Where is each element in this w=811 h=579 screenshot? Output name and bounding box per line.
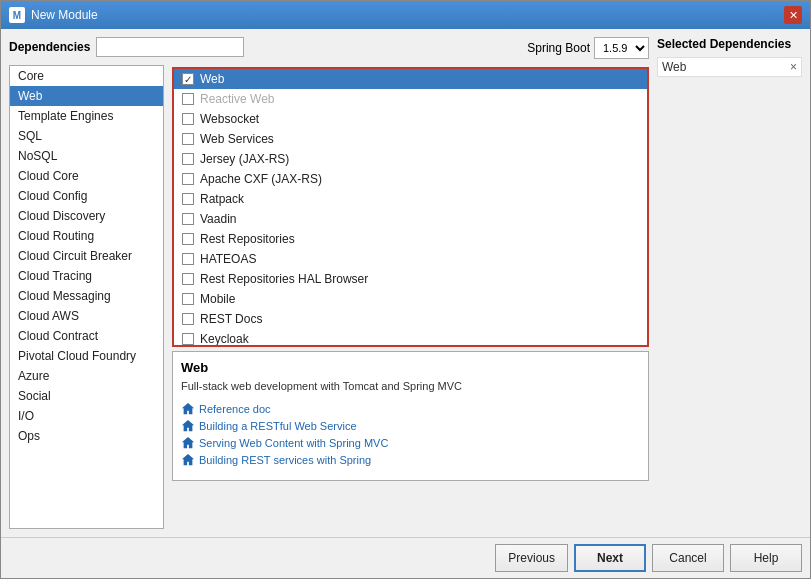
category-item-cloud-config[interactable]: Cloud Config [10, 186, 163, 206]
category-list: CoreWebTemplate EnginesSQLNoSQLCloud Cor… [9, 65, 164, 529]
category-item-io[interactable]: I/O [10, 406, 163, 426]
category-item-cloud-contract[interactable]: Cloud Contract [10, 326, 163, 346]
selected-deps-title: Selected Dependencies [657, 37, 802, 51]
info-link[interactable]: Building a RESTful Web Service [181, 419, 640, 433]
dep-checkbox-rest-docs [182, 313, 194, 325]
dep-label-keycloak: Keycloak [200, 332, 249, 346]
next-button[interactable]: Next [574, 544, 646, 572]
dep-checkbox-vaadin [182, 213, 194, 225]
dep-label-reactive-web: Reactive Web [200, 92, 274, 106]
deps-label: Dependencies [9, 40, 90, 54]
dialog-icon: M [9, 7, 25, 23]
category-item-nosql[interactable]: NoSQL [10, 146, 163, 166]
link-label: Reference doc [199, 403, 271, 415]
category-item-ops[interactable]: Ops [10, 426, 163, 446]
previous-button[interactable]: Previous [495, 544, 568, 572]
dep-item-rest-repositories-hal[interactable]: Rest Repositories HAL Browser [174, 269, 647, 289]
home-icon [181, 419, 195, 433]
dep-label-web: Web [200, 72, 224, 86]
dep-label-apache-cxf: Apache CXF (JAX-RS) [200, 172, 322, 186]
dep-item-ratpack[interactable]: Ratpack [174, 189, 647, 209]
dep-checkbox-web: ✓ [182, 73, 194, 85]
dep-checkbox-web-services [182, 133, 194, 145]
category-item-core[interactable]: Core [10, 66, 163, 86]
selected-dep-name: Web [662, 60, 686, 74]
category-item-pivotal-cloud-foundry[interactable]: Pivotal Cloud Foundry [10, 346, 163, 366]
spring-boot-label: Spring Boot [527, 41, 590, 55]
dep-label-jersey: Jersey (JAX-RS) [200, 152, 289, 166]
link-label: Building a RESTful Web Service [199, 420, 357, 432]
dep-item-web[interactable]: ✓Web [174, 69, 647, 89]
dep-label-rest-repositories-hal: Rest Repositories HAL Browser [200, 272, 368, 286]
info-box: Web Full-stack web development with Tomc… [172, 351, 649, 481]
dep-item-keycloak[interactable]: Keycloak [174, 329, 647, 347]
spring-boot-row: Spring Boot 1.5.92.0.02.1.0 [172, 37, 649, 59]
dep-checkbox-hateoas [182, 253, 194, 265]
category-item-sql[interactable]: SQL [10, 126, 163, 146]
dep-item-rest-repositories[interactable]: Rest Repositories [174, 229, 647, 249]
footer: Previous Next Cancel Help [1, 537, 810, 578]
dep-item-reactive-web[interactable]: Reactive Web [174, 89, 647, 109]
home-icon [181, 436, 195, 450]
dep-item-web-services[interactable]: Web Services [174, 129, 647, 149]
info-links: Reference docBuilding a RESTful Web Serv… [181, 402, 640, 467]
dep-item-jersey[interactable]: Jersey (JAX-RS) [174, 149, 647, 169]
dep-item-websocket[interactable]: Websocket [174, 109, 647, 129]
dep-label-mobile: Mobile [200, 292, 235, 306]
category-item-cloud-discovery[interactable]: Cloud Discovery [10, 206, 163, 226]
dep-checkbox-keycloak [182, 333, 194, 345]
right-panel: Selected Dependencies Web× [657, 37, 802, 529]
dep-checkbox-rest-repositories [182, 233, 194, 245]
dep-item-apache-cxf[interactable]: Apache CXF (JAX-RS) [174, 169, 647, 189]
link-label: Building REST services with Spring [199, 454, 371, 466]
dep-label-vaadin: Vaadin [200, 212, 236, 226]
link-label: Serving Web Content with Spring MVC [199, 437, 388, 449]
dep-checkbox-reactive-web [182, 93, 194, 105]
close-button[interactable]: ✕ [784, 6, 802, 24]
info-link[interactable]: Serving Web Content with Spring MVC [181, 436, 640, 450]
category-item-cloud-circuit-breaker[interactable]: Cloud Circuit Breaker [10, 246, 163, 266]
main-content: Dependencies CoreWebTemplate EnginesSQLN… [1, 29, 810, 537]
middle-panel: Spring Boot 1.5.92.0.02.1.0 ✓WebReactive… [172, 37, 649, 529]
remove-dep-button[interactable]: × [790, 60, 797, 74]
category-item-cloud-aws[interactable]: Cloud AWS [10, 306, 163, 326]
dep-checkbox-ratpack [182, 193, 194, 205]
dep-label-ratpack: Ratpack [200, 192, 244, 206]
dep-label-web-services: Web Services [200, 132, 274, 146]
left-panel: Dependencies CoreWebTemplate EnginesSQLN… [9, 37, 164, 529]
category-item-cloud-routing[interactable]: Cloud Routing [10, 226, 163, 246]
category-item-social[interactable]: Social [10, 386, 163, 406]
help-button[interactable]: Help [730, 544, 802, 572]
dep-label-rest-docs: REST Docs [200, 312, 262, 326]
cancel-button[interactable]: Cancel [652, 544, 724, 572]
selected-dep-web-selected: Web× [657, 57, 802, 77]
dep-checkbox-apache-cxf [182, 173, 194, 185]
category-item-cloud-tracing[interactable]: Cloud Tracing [10, 266, 163, 286]
dep-checkbox-rest-repositories-hal [182, 273, 194, 285]
info-link[interactable]: Building REST services with Spring [181, 453, 640, 467]
deps-header: Dependencies [9, 37, 164, 57]
category-item-azure[interactable]: Azure [10, 366, 163, 386]
dep-item-mobile[interactable]: Mobile [174, 289, 647, 309]
dep-label-websocket: Websocket [200, 112, 259, 126]
dep-checkbox-websocket [182, 113, 194, 125]
dep-item-rest-docs[interactable]: REST Docs [174, 309, 647, 329]
dep-item-hateoas[interactable]: HATEOAS [174, 249, 647, 269]
dep-item-vaadin[interactable]: Vaadin [174, 209, 647, 229]
info-desc: Full-stack web development with Tomcat a… [181, 379, 640, 394]
category-item-template-engines[interactable]: Template Engines [10, 106, 163, 126]
spring-boot-select[interactable]: 1.5.92.0.02.1.0 [594, 37, 649, 59]
info-link[interactable]: Reference doc [181, 402, 640, 416]
home-icon [181, 453, 195, 467]
category-item-cloud-core[interactable]: Cloud Core [10, 166, 163, 186]
dependencies-list: ✓WebReactive WebWebsocketWeb ServicesJer… [172, 67, 649, 347]
dep-label-hateoas: HATEOAS [200, 252, 256, 266]
category-item-web[interactable]: Web [10, 86, 163, 106]
selected-deps-list: Web× [657, 57, 802, 80]
home-icon [181, 402, 195, 416]
category-item-cloud-messaging[interactable]: Cloud Messaging [10, 286, 163, 306]
title-text: New Module [31, 8, 98, 22]
title-bar-left: M New Module [9, 7, 98, 23]
dep-label-rest-repositories: Rest Repositories [200, 232, 295, 246]
dep-checkbox-jersey [182, 153, 194, 165]
